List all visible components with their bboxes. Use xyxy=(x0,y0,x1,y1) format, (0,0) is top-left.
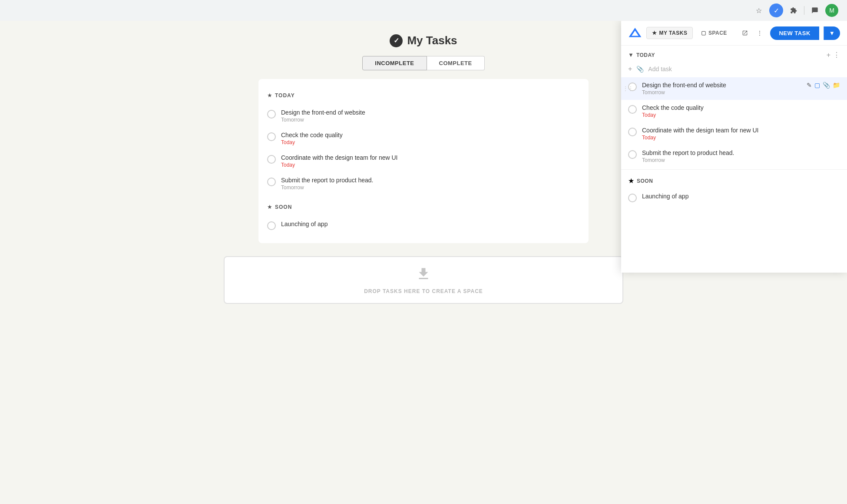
popup-task-title-1: Design the front-end of website xyxy=(642,82,801,89)
task-checkbox-4[interactable] xyxy=(267,178,276,186)
task-item: Submit the report to product head. Tomor… xyxy=(267,172,580,195)
popup-attach-icon[interactable]: 📎 xyxy=(636,66,644,72)
star-icon[interactable]: ☆ xyxy=(753,4,765,16)
section-soon: ★ SOON xyxy=(267,204,580,210)
task-due-2: Today xyxy=(281,139,343,145)
popup-task-due-4: Tomorrow xyxy=(642,157,840,163)
popup-section-today-label: TODAY xyxy=(636,52,822,58)
task-item: Launching of app xyxy=(267,216,580,234)
popup-task-checkbox-5[interactable] xyxy=(628,194,637,202)
task-item: Coordinate with the design team for new … xyxy=(267,150,580,172)
task-checkbox-1[interactable] xyxy=(267,110,276,119)
clickup-extension-icon[interactable]: ✓ xyxy=(769,3,783,17)
popup-task-title-4: Submit the report to product head. xyxy=(642,149,840,156)
drag-handle-1: ⋮⋮ xyxy=(623,86,633,92)
avatar[interactable]: M xyxy=(825,4,838,17)
task-info-2: Check the code quality Today xyxy=(281,132,343,145)
task-checkbox-5[interactable] xyxy=(267,221,276,230)
popup-task-info-1: Design the front-end of website Tomorrow xyxy=(642,82,801,96)
page-title-icon: ✓ xyxy=(390,34,403,47)
today-star-icon: ★ xyxy=(267,92,272,99)
calendar-icon[interactable]: ▢ xyxy=(814,82,820,89)
soon-star-icon-popup: ★ xyxy=(628,177,634,185)
page-title-text: My Tasks xyxy=(407,34,457,47)
extensions-icon[interactable] xyxy=(787,4,800,16)
popup-add-label[interactable]: Add task xyxy=(648,66,672,72)
popup-task-checkbox-3[interactable] xyxy=(628,128,637,136)
browser-bar: ☆ ✓ M xyxy=(0,0,847,21)
folder-icon[interactable]: 📁 xyxy=(833,82,840,89)
edit-icon[interactable]: ✎ xyxy=(807,82,812,89)
popup-today-more[interactable]: ⋮ xyxy=(833,51,840,59)
task-list-container: ★ TODAY Design the front-end of website … xyxy=(258,79,589,243)
star-tab-icon: ★ xyxy=(652,30,657,36)
popup-task-checkbox-2[interactable] xyxy=(628,105,637,114)
new-task-button[interactable]: NEW TASK xyxy=(770,26,819,40)
task-title-4: Submit the report to product head. xyxy=(281,177,373,184)
task-title-2: Check the code quality xyxy=(281,132,343,138)
popup-task-item-1[interactable]: ⋮⋮ Design the front-end of website Tomor… xyxy=(621,77,847,100)
section-soon-label: SOON xyxy=(275,204,292,210)
drop-zone: DROP TASKS HERE TO CREATE A SPACE xyxy=(224,256,623,304)
task-info-3: Coordinate with the design team for new … xyxy=(281,154,397,168)
popup-add-to-today[interactable]: + xyxy=(827,51,830,59)
section-today-label: TODAY xyxy=(275,92,295,99)
feedback-icon[interactable] xyxy=(809,4,821,16)
popup-task-info-2: Check the code quality Today xyxy=(642,104,840,118)
page-title: ✓ My Tasks xyxy=(390,34,457,47)
task-item: Check the code quality Today xyxy=(267,127,580,150)
popup-task-due-3: Today xyxy=(642,135,840,141)
popup-task-item-2[interactable]: Check the code quality Today xyxy=(621,100,847,122)
popup-task-actions-1: ✎ ▢ 📎 📁 xyxy=(807,82,840,89)
tab-complete[interactable]: COMPLETE xyxy=(427,56,485,70)
tab-incomplete[interactable]: INCOMPLETE xyxy=(362,56,427,70)
clickup-logo xyxy=(628,26,642,40)
section-today: ★ TODAY xyxy=(267,92,580,99)
attach-icon[interactable]: 📎 xyxy=(823,82,830,89)
drop-zone-icon xyxy=(416,266,431,285)
popup-section-today-header: ▼ TODAY + ⋮ xyxy=(621,46,847,63)
task-info-5: Launching of app xyxy=(281,221,328,227)
task-info-1: Design the front-end of website Tomorrow xyxy=(281,109,365,123)
task-info-4: Submit the report to product head. Tomor… xyxy=(281,177,373,191)
popup-content: ▼ TODAY + ⋮ + 📎 Add task ⋮⋮ Design the f… xyxy=(621,46,847,273)
task-checkbox-3[interactable] xyxy=(267,155,276,164)
task-checkbox-2[interactable] xyxy=(267,132,276,141)
new-task-dropdown-button[interactable]: ▼ xyxy=(824,26,840,40)
popup-panel: ★ MY TASKS ▢ SPACE ⋮ NEW TASK ▼ ▼ TODAY … xyxy=(621,21,847,273)
popup-actions: ⋮ xyxy=(739,27,766,39)
popup-toolbar: ★ MY TASKS ▢ SPACE ⋮ NEW TASK ▼ xyxy=(621,21,847,46)
soon-star-icon: ★ xyxy=(267,204,272,210)
task-due-1: Tomorrow xyxy=(281,117,365,123)
popup-add-task-row: + 📎 Add task xyxy=(621,63,847,77)
popup-tab-mytasks[interactable]: ★ MY TASKS xyxy=(646,27,693,39)
task-title-3: Coordinate with the design team for new … xyxy=(281,154,397,161)
task-due-4: Tomorrow xyxy=(281,184,373,191)
popup-tab-space-label: SPACE xyxy=(708,30,727,36)
popup-tabs: ★ MY TASKS ▢ SPACE xyxy=(646,27,735,39)
popup-task-info-3: Coordinate with the design team for new … xyxy=(642,127,840,141)
task-title-5: Launching of app xyxy=(281,221,328,227)
popup-task-checkbox-4[interactable] xyxy=(628,150,637,159)
task-due-3: Today xyxy=(281,162,397,168)
more-options-icon[interactable]: ⋮ xyxy=(754,27,766,39)
popup-tab-space[interactable]: ▢ SPACE xyxy=(695,27,732,39)
divider xyxy=(804,6,804,15)
popup-add-icon[interactable]: + xyxy=(628,65,632,73)
external-link-icon[interactable] xyxy=(739,27,751,39)
space-tab-icon: ▢ xyxy=(701,30,706,36)
popup-task-item-5[interactable]: Launching of app xyxy=(621,188,847,207)
popup-task-info-4: Submit the report to product head. Tomor… xyxy=(642,149,840,163)
popup-task-item-4[interactable]: Submit the report to product head. Tomor… xyxy=(621,145,847,168)
popup-section-soon-header: ★ SOON xyxy=(621,171,847,188)
popup-task-title-5: Launching of app xyxy=(642,193,840,200)
popup-section-soon-label: SOON xyxy=(637,178,840,184)
task-item: Design the front-end of website Tomorrow xyxy=(267,105,580,127)
popup-collapse-today[interactable]: ▼ xyxy=(628,52,634,58)
task-title-1: Design the front-end of website xyxy=(281,109,365,116)
popup-task-info-5: Launching of app xyxy=(642,193,840,200)
popup-task-title-2: Check the code quality xyxy=(642,104,840,111)
popup-task-item-3[interactable]: Coordinate with the design team for new … xyxy=(621,122,847,145)
drop-zone-text: DROP TASKS HERE TO CREATE A SPACE xyxy=(364,288,483,294)
popup-task-title-3: Coordinate with the design team for new … xyxy=(642,127,840,134)
